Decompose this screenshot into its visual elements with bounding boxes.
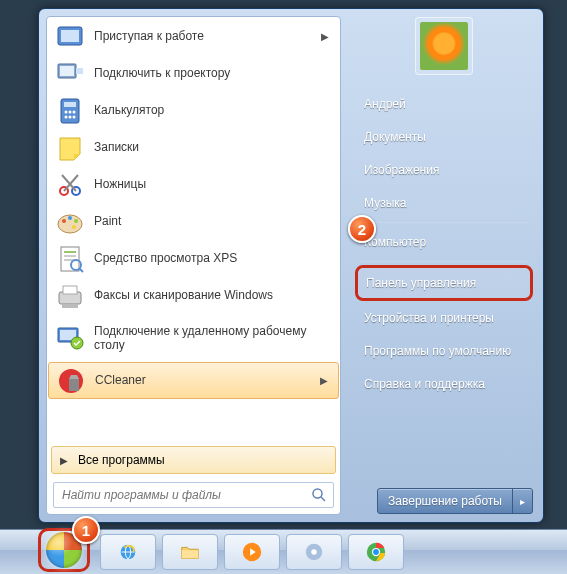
- svg-rect-21: [64, 251, 76, 253]
- xps-viewer-icon: [54, 243, 86, 275]
- program-label: Калькулятор: [94, 103, 164, 117]
- svg-point-10: [65, 115, 68, 118]
- start-menu-left-pane: Приступая к работе▶Подключить к проектор…: [46, 16, 341, 515]
- taskbar-ie[interactable]: [100, 534, 156, 570]
- svg-rect-3: [76, 68, 83, 74]
- program-label: Записки: [94, 140, 139, 154]
- separator: [359, 261, 529, 262]
- start-menu-right-pane: АндрейДокументыИзображенияМузыкаКомпьюте…: [341, 9, 543, 522]
- flower-avatar-icon: [420, 22, 468, 70]
- svg-rect-36: [182, 550, 199, 558]
- calculator-icon: [54, 95, 86, 127]
- svg-point-18: [74, 219, 78, 223]
- shutdown-label: Завершение работы: [388, 494, 502, 508]
- program-xps-viewer[interactable]: Средство просмотра XPS: [48, 240, 339, 277]
- all-programs-button[interactable]: ▶ Все программы: [51, 446, 336, 474]
- right-menu-list: АндрейДокументыИзображенияМузыкаКомпьюте…: [355, 87, 533, 488]
- svg-point-9: [73, 110, 76, 113]
- fax-scan-icon: [54, 280, 86, 312]
- annotation-badge-1: 1: [72, 516, 100, 544]
- svg-rect-22: [64, 255, 76, 257]
- disc-icon: [303, 541, 325, 563]
- shutdown-split-button: Завершение работы ▸: [377, 488, 533, 514]
- svg-rect-1: [61, 30, 79, 42]
- media-player-icon: [241, 541, 263, 563]
- svg-point-11: [69, 115, 72, 118]
- separator: [359, 222, 529, 223]
- program-projector[interactable]: Подключить к проектору: [48, 55, 339, 92]
- pinned-programs-list: Приступая к работе▶Подключить к проектор…: [47, 17, 340, 442]
- sticky-notes-icon: [54, 132, 86, 164]
- taskbar-wmp[interactable]: [224, 534, 280, 570]
- right-item-4[interactable]: Компьютер: [355, 226, 533, 258]
- right-item-1[interactable]: Документы: [355, 121, 533, 153]
- svg-rect-4: [60, 66, 74, 76]
- svg-line-25: [79, 268, 83, 272]
- annotation-badge-2: 2: [348, 215, 376, 243]
- program-label: Ножницы: [94, 177, 146, 191]
- program-label: Средство просмотра XPS: [94, 251, 237, 265]
- right-item-3[interactable]: Музыка: [355, 187, 533, 219]
- program-calculator[interactable]: Калькулятор: [48, 92, 339, 129]
- folder-icon: [179, 541, 201, 563]
- svg-point-16: [62, 219, 66, 223]
- svg-point-8: [69, 110, 72, 113]
- svg-line-34: [321, 497, 325, 501]
- snipping-tool-icon: [54, 169, 86, 201]
- program-fax-scan[interactable]: Факсы и сканирование Windows: [48, 277, 339, 314]
- program-label: Подключение к удаленному рабочему столу: [94, 324, 333, 353]
- search-input[interactable]: [54, 483, 333, 507]
- right-item-0[interactable]: Андрей: [355, 88, 533, 120]
- submenu-arrow-icon: ▶: [320, 375, 332, 386]
- program-paint[interactable]: Paint: [48, 203, 339, 240]
- start-menu: Приступая к работе▶Подключить к проектор…: [38, 8, 544, 523]
- right-item-2[interactable]: Изображения: [355, 154, 533, 186]
- program-getting-started[interactable]: Приступая к работе▶: [48, 18, 339, 55]
- program-snipping-tool[interactable]: Ножницы: [48, 166, 339, 203]
- program-label: Приступая к работе: [94, 29, 204, 43]
- svg-rect-28: [62, 304, 78, 308]
- svg-point-12: [73, 115, 76, 118]
- user-avatar-frame: [355, 17, 533, 75]
- svg-point-39: [311, 549, 317, 555]
- paint-icon: [54, 206, 86, 238]
- right-item-8[interactable]: Справка и поддержка: [355, 368, 533, 400]
- shutdown-button[interactable]: Завершение работы: [378, 489, 512, 513]
- svg-point-7: [65, 110, 68, 113]
- ccleaner-icon: [55, 365, 87, 397]
- right-item-5[interactable]: Панель управления: [355, 265, 533, 301]
- search-box: [53, 482, 334, 508]
- program-label: Подключить к проектору: [94, 66, 230, 80]
- remote-desktop-icon: [54, 322, 86, 354]
- right-item-7[interactable]: Программы по умолчанию: [355, 335, 533, 367]
- chevron-right-icon: ▸: [520, 496, 525, 507]
- program-ccleaner[interactable]: CCleaner▶: [48, 362, 339, 399]
- all-programs-label: Все программы: [78, 453, 165, 467]
- shutdown-options-button[interactable]: ▸: [512, 489, 532, 513]
- svg-point-33: [313, 489, 322, 498]
- user-avatar[interactable]: [415, 17, 473, 75]
- program-label: Paint: [94, 214, 121, 228]
- svg-rect-32: [69, 379, 79, 391]
- right-item-6[interactable]: Устройства и принтеры: [355, 302, 533, 334]
- program-label: CCleaner: [95, 373, 146, 387]
- svg-point-17: [68, 216, 72, 220]
- ie-icon: [117, 541, 139, 563]
- chrome-icon: [365, 541, 387, 563]
- svg-point-42: [373, 549, 379, 555]
- program-remote-desktop[interactable]: Подключение к удаленному рабочему столу: [48, 314, 339, 362]
- taskbar-app[interactable]: [286, 534, 342, 570]
- program-label: Факсы и сканирование Windows: [94, 288, 273, 302]
- taskbar-explorer[interactable]: [162, 534, 218, 570]
- svg-rect-6: [64, 102, 76, 107]
- projector-icon: [54, 58, 86, 90]
- triangle-right-icon: ▶: [60, 455, 68, 466]
- getting-started-icon: [54, 21, 86, 53]
- svg-rect-27: [63, 286, 77, 294]
- svg-point-19: [72, 225, 76, 229]
- program-sticky-notes[interactable]: Записки: [48, 129, 339, 166]
- submenu-arrow-icon: ▶: [321, 31, 333, 42]
- search-icon: [311, 487, 327, 503]
- search-row: [47, 476, 340, 514]
- taskbar-chrome[interactable]: [348, 534, 404, 570]
